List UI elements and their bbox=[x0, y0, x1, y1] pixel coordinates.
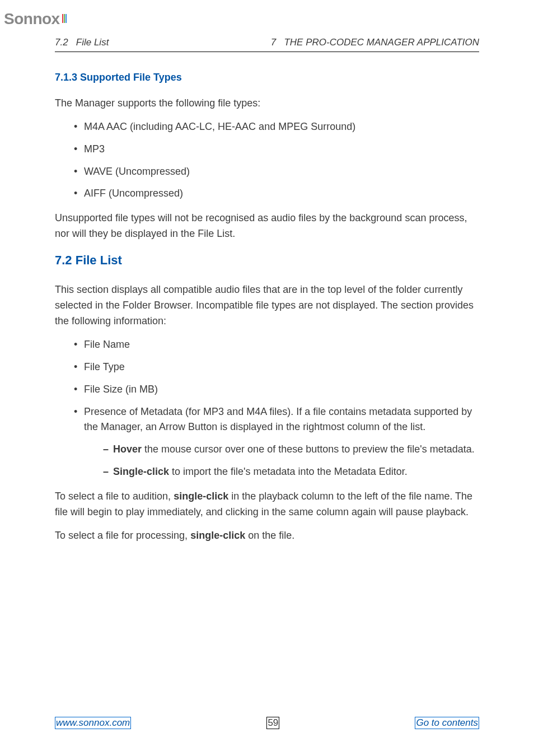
p-supported-intro: The Manager supports the following file … bbox=[55, 96, 479, 111]
list-item: WAVE (Uncompressed) bbox=[74, 164, 479, 180]
list-item: Presence of Metadata (for MP3 and M4A fi… bbox=[74, 404, 479, 480]
single-click-bold: Single-click bbox=[113, 466, 169, 477]
footer-page-number: 59 bbox=[266, 717, 279, 729]
list-supported-types: M4A AAC (including AAC-LC, HE-AAC and MP… bbox=[55, 119, 479, 202]
list-item: M4A AAC (including AAC-LC, HE-AAC and MP… bbox=[74, 119, 479, 135]
p-audition: To select a file to audition, single-cli… bbox=[55, 489, 479, 520]
single-click-rest: to import the file's metadata into the M… bbox=[169, 466, 407, 477]
list-item: AIFF (Uncompressed) bbox=[74, 186, 479, 202]
list-file-info: File Name File Type File Size (in MB) Pr… bbox=[55, 337, 479, 480]
p-filelist-intro: This section displays all compatible aud… bbox=[55, 282, 479, 329]
header-rule bbox=[55, 52, 479, 52]
header-right: 7 THE PRO-CODEC MANAGER APPLICATION bbox=[271, 37, 479, 48]
body-content: 7.1.3 Supported File Types The Manager s… bbox=[55, 70, 479, 552]
list-item: MP3 bbox=[74, 142, 479, 157]
list-item: File Type bbox=[74, 360, 479, 375]
list-item: File Size (in MB) bbox=[74, 382, 479, 398]
brand-text: Sonnox bbox=[4, 10, 60, 27]
list-metadata-actions: Hover the mouse cursor over one of these… bbox=[84, 442, 479, 480]
list-item: Single-click to import the file's metada… bbox=[103, 464, 479, 480]
list-item: File Name bbox=[74, 337, 479, 353]
running-footer: www.sonnox.com 59 Go to contents bbox=[55, 717, 479, 729]
list-item: Hover the mouse cursor over one of these… bbox=[103, 442, 479, 458]
list-item-text: Presence of Metadata (for MP3 and M4A fi… bbox=[84, 406, 472, 433]
footer-url-link[interactable]: www.sonnox.com bbox=[55, 717, 131, 729]
hover-bold: Hover bbox=[113, 444, 142, 455]
heading-7-2: 7.2 File List bbox=[55, 251, 479, 270]
p-process: To select a file for processing, single-… bbox=[55, 528, 479, 544]
hover-rest: the mouse cursor over one of these butto… bbox=[142, 444, 475, 455]
running-header: 7.2 File List 7 THE PRO-CODEC MANAGER AP… bbox=[55, 37, 479, 48]
header-left: 7.2 File List bbox=[55, 37, 109, 48]
brand-logo: Sonnox bbox=[4, 9, 67, 28]
brand-bars-icon bbox=[62, 9, 67, 27]
footer-contents-link[interactable]: Go to contents bbox=[415, 717, 479, 729]
heading-7-1-3: 7.1.3 Supported File Types bbox=[55, 70, 479, 86]
p-supported-outro: Unsupported file types will not be recog… bbox=[55, 211, 479, 242]
